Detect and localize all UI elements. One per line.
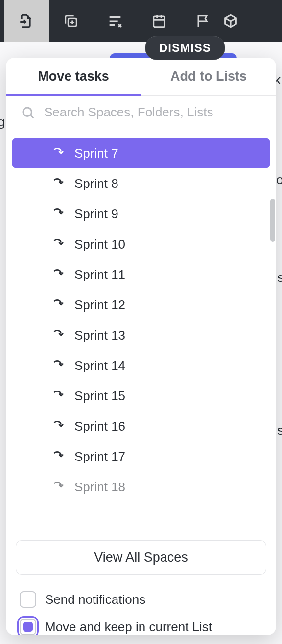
sprint-icon	[52, 480, 66, 494]
top-toolbar	[0, 0, 282, 42]
bg-fragment: s	[277, 270, 282, 285]
list-item[interactable]: Sprint 14	[12, 350, 270, 381]
list-item[interactable]: Sprint 17	[12, 441, 270, 472]
bg-fragment: s	[277, 423, 282, 438]
list-item-label: Sprint 14	[74, 358, 125, 373]
scrollbar-thumb[interactable]	[270, 199, 275, 242]
duplicate-button[interactable]	[49, 0, 93, 42]
list-item-label: Sprint 13	[74, 328, 125, 343]
list-item-label: Sprint 17	[74, 449, 125, 464]
sprint-icon	[52, 359, 66, 372]
list-item[interactable]: Sprint 8	[12, 168, 270, 199]
flag-icon	[195, 13, 212, 29]
sprint-icon	[52, 419, 66, 433]
list-item[interactable]: Sprint 16	[12, 411, 270, 441]
list-item[interactable]: Sprint 18	[12, 472, 270, 502]
list-area: Sprint 7Sprint 8Sprint 9Sprint 10Sprint …	[6, 130, 276, 531]
sprint-icon	[52, 146, 66, 160]
search-icon	[21, 105, 35, 120]
search-row	[6, 96, 276, 130]
svg-point-2	[23, 108, 32, 116]
modal-tabs: Move tasks Add to Lists	[6, 58, 276, 96]
list-clear-icon	[107, 13, 123, 29]
list-item-label: Sprint 7	[74, 146, 118, 161]
list-item-label: Sprint 8	[74, 176, 118, 191]
list-item[interactable]: Sprint 10	[12, 229, 270, 259]
list-item-label: Sprint 16	[74, 419, 125, 434]
view-all-spaces-button[interactable]: View All Spaces	[16, 540, 266, 575]
modal-footer: View All Spaces Send notifications Move …	[6, 531, 276, 635]
list-item-label: Sprint 12	[74, 298, 125, 313]
list-item-label: Sprint 11	[74, 267, 125, 282]
sprint-icon	[52, 298, 66, 312]
keep-checkbox[interactable]	[20, 619, 36, 635]
more-button[interactable]	[225, 0, 245, 42]
tab-add-to-lists[interactable]: Add to Lists	[141, 58, 276, 95]
list-item[interactable]: Sprint 9	[12, 199, 270, 229]
move-tasks-modal: Move tasks Add to Lists Sprint 7Sprint 8…	[6, 58, 276, 635]
notify-label: Send notifications	[45, 592, 145, 607]
sprint-icon	[52, 389, 66, 403]
sprint-icon	[52, 237, 66, 251]
sprint-icon	[52, 450, 66, 463]
clear-filter-button[interactable]	[93, 0, 137, 42]
list-item[interactable]: Sprint 15	[12, 381, 270, 411]
bg-fragment: o	[276, 172, 282, 187]
tab-move-tasks[interactable]: Move tasks	[6, 58, 141, 95]
sprint-icon	[52, 207, 66, 221]
list-item[interactable]: Sprint 7	[12, 138, 270, 168]
keep-label: Move and keep in current List	[45, 620, 212, 635]
list-item-label: Sprint 9	[74, 207, 118, 222]
list-item[interactable]: Sprint 11	[12, 259, 270, 290]
list-item[interactable]: Sprint 12	[12, 290, 270, 320]
sprint-icon	[52, 268, 66, 281]
sprint-list[interactable]: Sprint 7Sprint 8Sprint 9Sprint 10Sprint …	[12, 138, 270, 531]
list-item-label: Sprint 15	[74, 389, 125, 404]
list-item-label: Sprint 18	[74, 480, 125, 495]
notify-row[interactable]: Send notifications	[16, 591, 266, 608]
notify-checkbox[interactable]	[20, 591, 36, 608]
svg-rect-1	[154, 16, 165, 27]
sprint-icon	[52, 177, 66, 190]
copy-plus-icon	[63, 13, 79, 29]
list-item-label: Sprint 10	[74, 237, 125, 252]
bg-fragment: l	[0, 161, 1, 177]
keep-row[interactable]: Move and keep in current List	[16, 619, 266, 635]
cube-icon	[222, 13, 239, 29]
calendar-icon	[151, 13, 167, 29]
bg-fragment: g	[0, 115, 5, 130]
search-input[interactable]	[44, 105, 261, 120]
dismiss-button[interactable]: DISMISS	[145, 36, 225, 60]
export-icon	[18, 13, 35, 29]
sprint-icon	[52, 328, 66, 342]
list-item[interactable]: Sprint 13	[12, 320, 270, 350]
move-out-button[interactable]	[4, 0, 49, 42]
